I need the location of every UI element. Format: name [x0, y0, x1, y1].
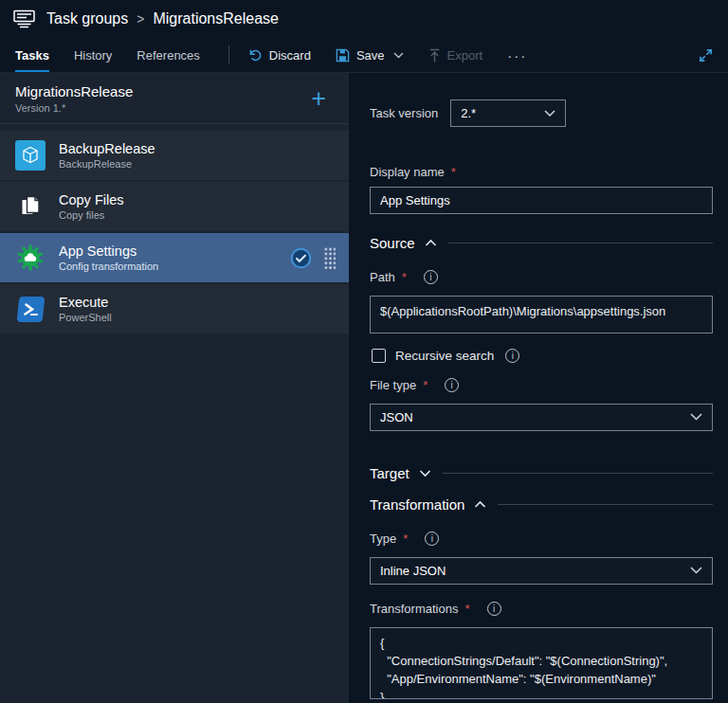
task-version-dropdown[interactable]: 2.* — [450, 99, 566, 127]
breadcrumb-separator: > — [136, 11, 144, 27]
add-task-button[interactable]: + — [309, 88, 328, 109]
task-item-execute[interactable]: Execute PowerShell — [0, 284, 349, 333]
recursive-search-label: Recursive search — [395, 349, 494, 363]
display-name-label: Display name — [370, 165, 445, 179]
task-group-name: MigrationsRelease — [15, 83, 133, 99]
task-settings-form: Task version 2.* Display name * Source P… — [349, 73, 728, 703]
task-subtitle: Config transformation — [59, 261, 290, 272]
type-group: Type * i Inline JSON — [370, 532, 713, 585]
task-title: App Settings — [59, 243, 290, 259]
discard-button[interactable]: Discard — [246, 45, 313, 66]
task-list: BackupRelease BackupRelease Copy Files C… — [0, 131, 349, 335]
copy-files-icon — [15, 191, 46, 222]
transformation-section-label: Transformation — [370, 496, 464, 513]
task-item-backuprelease[interactable]: BackupRelease BackupRelease — [0, 131, 349, 180]
transformation-section-header[interactable]: Transformation — [370, 496, 713, 513]
powershell-icon — [15, 294, 46, 324]
recursive-search-row: Recursive search i — [370, 349, 713, 363]
selected-check-icon[interactable] — [290, 247, 312, 269]
recursive-search-checkbox[interactable] — [372, 349, 386, 363]
save-chevron-down-icon[interactable] — [393, 52, 404, 59]
task-groups-icon — [13, 9, 35, 28]
tab-bar: Tasks History References — [15, 38, 225, 72]
save-label: Save — [356, 48, 385, 63]
task-item-app-settings[interactable]: App Settings Config transformation — [0, 233, 349, 282]
export-button: Export — [427, 45, 485, 66]
task-subtitle: BackupRelease — [59, 158, 339, 170]
toolbar: Tasks History References Discard Save — [0, 38, 728, 73]
path-label: Path — [370, 270, 395, 284]
target-section-header[interactable]: Target — [370, 465, 713, 481]
transformations-input[interactable] — [370, 627, 713, 699]
task-list-panel: MigrationsRelease Version 1.* + BackupRe… — [0, 73, 349, 703]
chevron-up-icon — [474, 500, 486, 509]
chevron-down-icon — [690, 413, 702, 422]
export-label: Export — [447, 48, 483, 63]
file-type-group: File type * i JSON — [370, 378, 713, 431]
task-group-cube-icon — [15, 140, 46, 171]
source-section-label: Source — [370, 235, 415, 251]
required-marker: * — [402, 270, 407, 284]
chevron-down-icon — [419, 469, 431, 478]
file-type-dropdown[interactable]: JSON — [370, 404, 713, 431]
breadcrumb: Task groups > MigrationsRelease — [46, 10, 279, 27]
path-input[interactable] — [370, 296, 713, 333]
info-icon[interactable]: i — [487, 602, 501, 616]
required-marker: * — [403, 532, 408, 546]
info-icon[interactable]: i — [424, 270, 438, 284]
ellipsis-icon: ··· — [507, 47, 527, 63]
section-divider — [498, 504, 713, 505]
top-header: Task groups > MigrationsRelease — [0, 0, 728, 38]
section-divider — [448, 243, 713, 243]
type-dropdown[interactable]: Inline JSON — [370, 557, 713, 585]
more-options-button[interactable]: ··· — [505, 44, 529, 67]
diagonal-expand-icon — [699, 48, 713, 63]
chevron-up-icon — [425, 239, 437, 247]
info-icon[interactable]: i — [445, 378, 459, 392]
display-name-input[interactable] — [370, 187, 713, 214]
chevron-down-icon — [690, 567, 702, 575]
type-label: Type — [370, 532, 396, 546]
page-title: MigrationsRelease — [153, 10, 279, 27]
required-marker: * — [451, 165, 456, 179]
chevron-down-icon — [544, 110, 555, 117]
save-floppy-icon — [336, 48, 350, 63]
task-title: Execute — [59, 295, 339, 310]
transformations-group: Transformations * i — [370, 602, 713, 702]
task-subtitle: PowerShell — [59, 312, 339, 323]
display-name-group: Display name * — [370, 165, 713, 214]
transformations-label: Transformations — [370, 602, 458, 616]
required-marker: * — [423, 378, 428, 392]
task-group-version: Version 1.* — [15, 102, 133, 114]
type-value: Inline JSON — [380, 564, 446, 578]
source-section-header[interactable]: Source — [370, 235, 713, 251]
info-icon[interactable]: i — [425, 532, 439, 546]
tab-history[interactable]: History — [74, 38, 112, 72]
file-type-label: File type — [370, 378, 416, 392]
target-section-label: Target — [370, 465, 410, 481]
save-button[interactable]: Save — [334, 45, 406, 66]
tab-references[interactable]: References — [136, 38, 199, 72]
task-title: Copy Files — [59, 192, 339, 207]
toolbar-divider — [228, 45, 229, 64]
drag-handle[interactable] — [323, 246, 336, 269]
info-icon[interactable]: i — [505, 349, 519, 363]
file-type-value: JSON — [380, 410, 413, 424]
task-group-header: MigrationsRelease Version 1.* + — [0, 73, 349, 124]
required-marker: * — [464, 602, 469, 616]
task-version-value: 2.* — [461, 106, 476, 120]
undo-icon — [248, 48, 263, 63]
breadcrumb-task-groups[interactable]: Task groups — [46, 10, 128, 27]
task-version-label: Task version — [370, 106, 438, 120]
task-subtitle: Copy files — [59, 209, 339, 221]
task-item-copy-files[interactable]: Copy Files Copy files — [0, 182, 349, 231]
fullscreen-expand-button[interactable] — [697, 46, 715, 64]
task-title: BackupRelease — [59, 141, 339, 156]
section-divider — [443, 473, 713, 474]
task-version-row: Task version 2.* — [370, 99, 713, 127]
config-gear-icon — [15, 243, 46, 273]
path-group: Path * i — [370, 270, 713, 336]
tab-tasks[interactable]: Tasks — [15, 38, 49, 72]
discard-label: Discard — [269, 48, 311, 63]
export-upload-icon — [428, 48, 441, 63]
